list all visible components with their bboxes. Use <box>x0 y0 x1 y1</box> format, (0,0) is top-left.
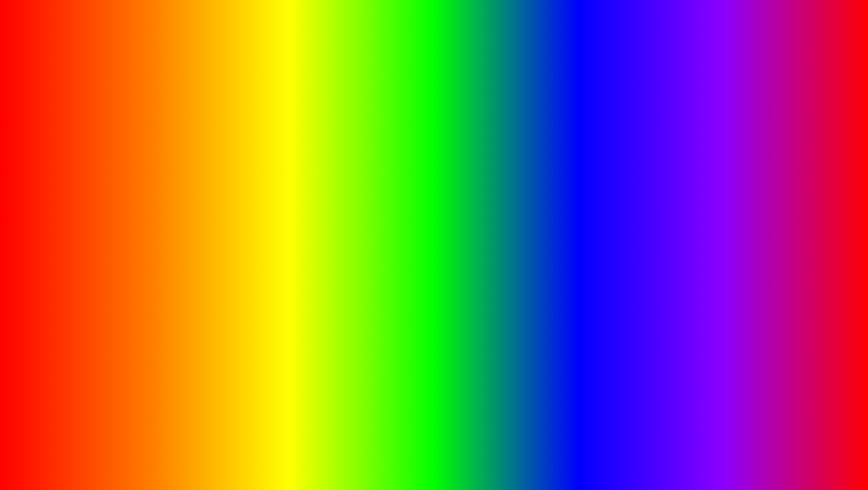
inner-nav-race-v4[interactable]: Race V4 <box>109 227 148 237</box>
bottom-pastebin-label: PASTEBIN <box>568 437 747 477</box>
inner-panel-body: Main Settings Weapons Race V4 Stats Play… <box>109 187 312 274</box>
inner-ping: [Ping] : 296.72 (13%CV) <box>263 178 312 183</box>
feature-boss-farm: BOSS FARM <box>721 191 855 213</box>
start-auto-farm-row: Start Auto Farm ✓ <box>194 209 312 222</box>
farm-selected-label-group: Farm Selected Monster <box>199 248 260 254</box>
star-icon: ★ <box>666 386 698 428</box>
farm-selected-monster-checkbox[interactable] <box>300 248 307 254</box>
sow-icon <box>126 167 138 178</box>
feature-list: AUTO FARM MASTERY AUTO RAID MATERIAL BOS… <box>721 90 855 289</box>
inner-nav: Main Settings Weapons Race V4 Stats Play… <box>109 191 148 274</box>
inner-panel-title-row: SOW HUB Blox Fruit Update 19 [Time] : 00… <box>126 167 312 178</box>
feature-auto-farm: AUTO FARM <box>721 90 855 112</box>
feature-smooth: SMOOTH <box>721 266 855 289</box>
inner-nav-teleport[interactable]: Teleport <box>109 263 148 274</box>
outer-nav-stats[interactable]: Stats <box>50 144 178 154</box>
inner-panel-info: SOW HUB Blox Fruit Update 19 [Time] : 00… <box>126 167 312 183</box>
farm-selected-monster-label: Farm Selected Monster <box>209 249 260 254</box>
outer-panel-hrs: Hr(s) : 0 Min(s) : 3 Sec(s) : 57 <box>118 131 178 136</box>
farm-selected-monster-row: Farm Selected Monster <box>194 245 312 258</box>
inner-panel-info-row: XxArSendxX Hr(s) : 0 Min(s) : 3 Sec(s) :… <box>126 178 312 183</box>
snow-mound-1 <box>26 365 116 401</box>
start-auto-farm-label: Start Auto Farm <box>209 213 243 218</box>
m-icon-auto-farm <box>199 212 206 218</box>
bottom-script-label: SCRIPT <box>425 437 557 477</box>
other-divider-label: Other <box>248 224 258 229</box>
outer-panel-username: XxArSendxX <box>66 131 92 136</box>
select-monster-dropdown[interactable]: Select Monster : ▼ <box>194 231 312 242</box>
outer-panel-header: M Blox Fruit Update 19 [Time] : 00:33:10… <box>50 126 178 141</box>
inner-panel-header: 👤 SOW HUB Blox Fruit Update 19 [Time] : … <box>109 167 312 183</box>
snow-mound-2 <box>130 372 201 399</box>
inner-fps: [FPS] : 20 <box>292 170 312 175</box>
bf-logo-text-line2: FRUITS <box>777 443 855 468</box>
mastery-divider-left <box>194 263 242 263</box>
corner-number: 5 <box>8 451 15 465</box>
outer-panel-ping-row: [Ping] : 315.251 (9%CV) <box>66 136 178 141</box>
mastery-divider: Mastery <box>194 260 312 265</box>
inner-hub-title: Blox Fruit Update 19 <box>185 170 226 175</box>
divider-line-left <box>194 227 244 227</box>
divider-line-right <box>261 227 312 227</box>
inner-nav-weapons[interactable]: Weapons <box>109 215 148 225</box>
feature-mastery: MASTERY <box>721 115 855 138</box>
inner-nav-player[interactable]: Player <box>109 251 148 262</box>
select-mode-label: Select Mode Farm : Level Farm <box>199 198 268 203</box>
inner-script-panel: 👤 SOW HUB Blox Fruit Update 19 [Time] : … <box>103 161 318 280</box>
outer-panel-ping: [Ping] : 315.251 (9%CV) <box>129 136 178 141</box>
inner-time: [Time] : 00:32:30 <box>242 170 276 175</box>
bottom-text-area: AUTO FARM SCRIPT PASTEBIN <box>0 423 868 480</box>
inner-content-area: Use in Dungeon Only! Select Mode Farm : … <box>194 187 312 274</box>
inner-hrs: Hr(s) : 0 Min(s) : 3 Sec(s) : 18 <box>178 178 237 183</box>
sow-hub-logo: SOW HUB <box>126 167 169 178</box>
start-auto-farm-checkbox[interactable]: ✓ <box>300 212 307 218</box>
feature-auto-raid: AUTO RAID <box>721 140 855 163</box>
bf-logo-text-line1: BLOX <box>777 421 855 443</box>
checkmark-icon: ✓ <box>302 213 305 218</box>
inner-avatar: 👤 <box>109 169 123 182</box>
select-monster-label: Select Monster : <box>199 234 234 239</box>
mastery-divider-right <box>264 263 312 263</box>
feature-material: MATERIAL <box>721 165 855 188</box>
outer-panel-title-block: Blox Fruit Update 19 [Time] : 00:33:10 [… <box>66 126 178 141</box>
other-divider: Other <box>194 224 312 229</box>
m-icon-farm-monster <box>199 248 206 254</box>
select-mode-arrow: ▼ <box>302 198 307 203</box>
dungeon-notice: Use in Dungeon Only! <box>194 187 312 193</box>
feature-fast-attack: FAST ATTACK <box>721 241 855 263</box>
outer-panel-time: [Time] : 00:33:10 <box>116 126 149 131</box>
select-monster-arrow: ▼ <box>302 234 307 239</box>
start-auto-farm-label-group: Start Auto Farm <box>199 212 243 218</box>
game-character <box>595 271 676 396</box>
main-title: BLOX FRUITS <box>0 8 868 75</box>
sow-hub-name: SOW HUB <box>141 169 169 176</box>
outer-panel-info-row: XxArSendxX Hr(s) : 0 Min(s) : 3 Sec(s) :… <box>66 131 178 136</box>
select-mode-dropdown[interactable]: Select Mode Farm : Level Farm ▼ <box>194 195 312 206</box>
outer-panel-title-row: Blox Fruit Update 19 [Time] : 00:33:10 [… <box>66 126 178 131</box>
mastery-divider-label: Mastery <box>246 260 260 265</box>
outer-panel-fps: [FPS] : 29 <box>158 126 178 131</box>
bf-logo: ☠ BLOX FRUITS <box>777 365 855 468</box>
inner-username: XxArSendxX <box>126 178 152 183</box>
skull-icon: ☠ <box>803 377 828 408</box>
feature-auto-quest: AUTO QUEST <box>721 216 855 238</box>
inner-nav-settings[interactable]: Settings <box>109 203 148 213</box>
bottom-auto-farm-label: AUTO FARM <box>121 424 414 479</box>
outer-panel-logo: M <box>50 128 63 140</box>
bf-logo-circle: ☠ <box>788 365 842 419</box>
inner-nav-stats[interactable]: Stats <box>109 239 148 249</box>
outer-panel-hub-title: Blox Fruit Update 19 <box>66 126 107 131</box>
inner-nav-main[interactable]: Main <box>109 191 148 201</box>
